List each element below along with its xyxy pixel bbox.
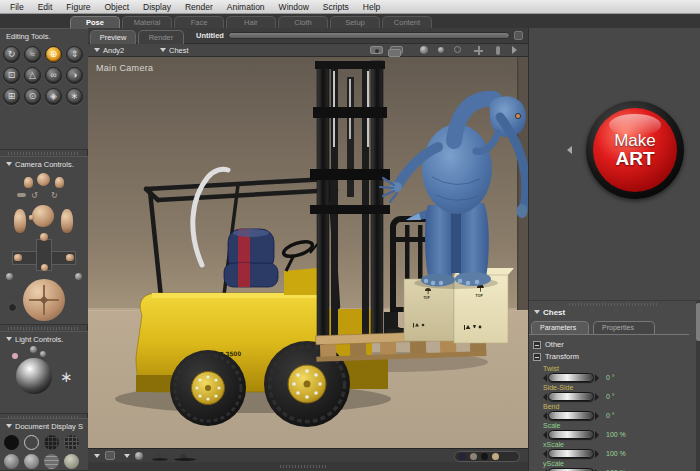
display-silhouette-icon[interactable] xyxy=(4,435,19,450)
collapse-arrow-icon[interactable] xyxy=(567,146,572,154)
light-indicator-selected[interactable] xyxy=(12,353,18,359)
tab-properties[interactable]: Properties xyxy=(593,321,655,334)
trackball-mini-icon[interactable] xyxy=(420,46,428,54)
scrollbar-thumb[interactable] xyxy=(696,303,700,341)
dial-value[interactable]: 0 ° xyxy=(606,393,615,400)
display-hiddenline-icon[interactable] xyxy=(64,435,79,450)
display-flat-lined-icon[interactable] xyxy=(44,454,59,469)
sphere-mini-icon[interactable] xyxy=(438,47,444,53)
camera-sphere-right-icon[interactable] xyxy=(75,273,82,280)
dial-increment[interactable] xyxy=(595,374,599,382)
dial-increment[interactable] xyxy=(595,412,599,420)
camera-hand-left-icon[interactable] xyxy=(24,177,33,188)
tab-content[interactable]: Content xyxy=(382,16,432,28)
flyaround-camera-icon[interactable] xyxy=(390,46,403,54)
actor-menu[interactable]: Chest xyxy=(160,46,189,55)
collapse-triangle-icon[interactable] xyxy=(6,337,12,341)
dial-decrement[interactable] xyxy=(543,412,547,420)
camera-point-left-icon[interactable] xyxy=(14,254,22,261)
camera-cross-hand-icon[interactable] xyxy=(41,264,48,271)
camera-key-icon[interactable] xyxy=(17,193,26,197)
color-tool-icon[interactable]: ◑ xyxy=(66,67,83,84)
camera-view-icon[interactable] xyxy=(370,46,383,54)
ground-shadow-icon[interactable] xyxy=(152,458,168,461)
display-outline-icon[interactable] xyxy=(24,435,39,450)
translate-pull-tool-icon[interactable]: ⊕ xyxy=(45,46,62,63)
scale-tool-icon[interactable]: ⊡ xyxy=(3,67,20,84)
light-indicator-1[interactable] xyxy=(30,346,37,353)
collapse-triangle-icon[interactable] xyxy=(6,424,12,428)
move-cross-icon[interactable] xyxy=(474,46,483,55)
dial-slider[interactable] xyxy=(548,392,594,401)
camera-face-icon[interactable] xyxy=(32,205,54,227)
section-transform[interactable]: Transform xyxy=(533,352,579,361)
display-lit-wireframe-icon[interactable] xyxy=(4,454,19,469)
shadow-streak-icon[interactable] xyxy=(174,458,196,461)
palette-grip[interactable] xyxy=(8,152,80,155)
menu-display[interactable]: Display xyxy=(136,2,178,12)
dial-increment[interactable] xyxy=(595,450,599,458)
tracking-dot-3[interactable] xyxy=(481,453,488,460)
camera-point-right-icon[interactable] xyxy=(66,254,74,261)
dial-decrement[interactable] xyxy=(543,431,547,439)
chain-break-tool-icon[interactable]: ∞ xyxy=(45,67,62,84)
menu-help[interactable]: Help xyxy=(356,2,387,12)
tab-hair[interactable]: Hair xyxy=(226,16,276,28)
palette-scrollbar[interactable] xyxy=(696,301,700,471)
make-art-button-face[interactable]: Make ART xyxy=(593,108,677,192)
tab-pose[interactable]: Pose xyxy=(70,16,120,28)
palette-grip[interactable] xyxy=(569,303,659,306)
menu-file[interactable]: File xyxy=(3,2,31,12)
dial-increment[interactable] xyxy=(595,431,599,439)
view-magnifier-tool-icon[interactable]: ⊙ xyxy=(24,88,41,105)
menu-edit[interactable]: Edit xyxy=(31,2,60,12)
camera-head-icon[interactable] xyxy=(37,173,50,186)
camera-dot-dark-icon[interactable] xyxy=(8,303,17,312)
menu-render[interactable]: Render xyxy=(178,2,220,12)
dial-value[interactable]: 100 % xyxy=(606,450,626,457)
menu-figure[interactable]: Figure xyxy=(59,2,97,12)
dial-slider[interactable] xyxy=(548,430,594,439)
dial-increment[interactable] xyxy=(595,393,599,401)
style-sphere-icon[interactable] xyxy=(135,452,143,460)
dial-slider[interactable] xyxy=(548,411,594,420)
collapse-triangle-icon[interactable] xyxy=(6,162,12,166)
palette-grip[interactable] xyxy=(8,327,80,330)
morphing-tool-icon[interactable]: ◈ xyxy=(45,88,62,105)
tab-preview[interactable]: Preview xyxy=(90,30,136,44)
expand-box-icon[interactable] xyxy=(533,353,541,361)
expand-box-icon[interactable] xyxy=(533,341,541,349)
twist-tool-icon[interactable]: ≈ xyxy=(24,46,41,63)
translate-inout-tool-icon[interactable]: ⇕ xyxy=(66,46,83,63)
tab-setup[interactable]: Setup xyxy=(330,16,380,28)
document-viewport[interactable]: FOLT 3500 xyxy=(88,57,528,448)
tracking-dot-4[interactable] xyxy=(492,453,499,460)
camera-cross-head-icon[interactable] xyxy=(40,233,48,241)
display-flat-shaded-icon[interactable] xyxy=(24,454,39,469)
tracking-dot-2[interactable] xyxy=(470,453,477,460)
scrollbar-end-button[interactable] xyxy=(514,31,523,40)
rotate-tool-icon[interactable]: ↻ xyxy=(3,46,20,63)
tab-parameters[interactable]: Parameters xyxy=(531,321,589,334)
light-globe[interactable] xyxy=(16,358,52,394)
camera-bighand-left-icon[interactable] xyxy=(14,209,26,233)
tracking-dot-1[interactable] xyxy=(459,453,466,460)
dial-value[interactable]: 0 ° xyxy=(606,374,615,381)
menu-window[interactable]: Window xyxy=(272,2,316,12)
dial-decrement[interactable] xyxy=(543,393,547,401)
rotate-right-icon[interactable]: ↻ xyxy=(51,191,58,200)
viewport-3d-scene[interactable]: FOLT 3500 xyxy=(88,57,528,448)
light-flash-icon[interactable]: ∗ xyxy=(60,368,73,386)
taper-tool-icon[interactable]: △ xyxy=(24,67,41,84)
make-art-button[interactable]: Make ART xyxy=(586,101,684,199)
parameters-actor-title[interactable]: Chest xyxy=(534,308,565,317)
tab-material[interactable]: Material xyxy=(122,16,172,28)
camera-hand-right-icon[interactable] xyxy=(55,177,64,188)
figure-icon[interactable] xyxy=(496,46,500,55)
camera-bighand-right-icon[interactable] xyxy=(61,209,73,233)
tab-render[interactable]: Render xyxy=(138,30,184,44)
expand-arrow-icon[interactable] xyxy=(512,46,517,54)
style-menu-triangle-icon[interactable] xyxy=(124,454,130,458)
menu-object[interactable]: Object xyxy=(97,2,136,12)
tab-cloth[interactable]: Cloth xyxy=(278,16,328,28)
